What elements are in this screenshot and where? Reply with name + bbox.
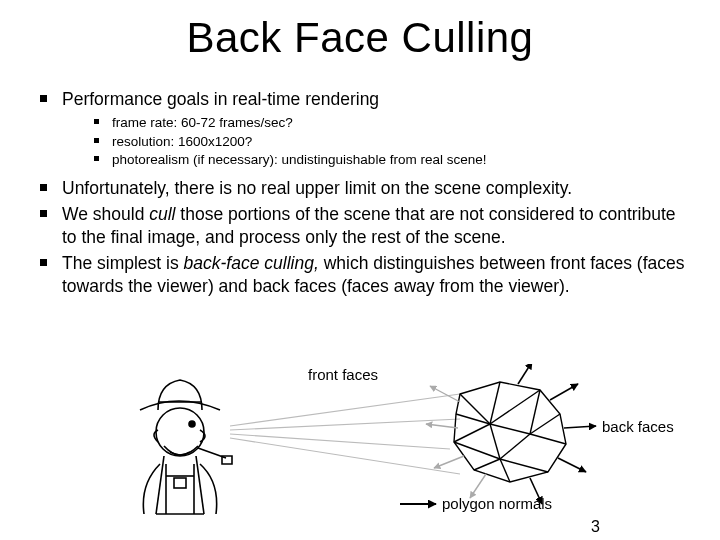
page-number: 3 xyxy=(591,518,600,536)
svg-line-14 xyxy=(490,424,500,459)
page-title: Back Face Culling xyxy=(0,14,720,62)
svg-rect-2 xyxy=(174,478,186,488)
svg-line-18 xyxy=(474,459,500,470)
bullet-text: Performance goals in real-time rendering xyxy=(62,89,379,109)
subbullet-resolution: resolution: 1600x1200? xyxy=(94,133,686,151)
mesh-object xyxy=(454,382,566,482)
subbullet-photorealism: photorealism (if necessary): undistingui… xyxy=(94,151,686,169)
svg-line-5 xyxy=(230,434,450,449)
svg-line-23 xyxy=(426,424,458,428)
label-front-faces: front faces xyxy=(308,366,378,383)
text-em-backface: back-face culling, xyxy=(184,253,319,273)
svg-line-24 xyxy=(434,456,464,468)
svg-line-19 xyxy=(454,424,490,442)
content-block: Performance goals in real-time rendering… xyxy=(34,88,686,297)
diagram-svg xyxy=(130,364,690,524)
svg-point-1 xyxy=(189,421,195,427)
svg-line-12 xyxy=(530,434,566,444)
svg-line-28 xyxy=(564,426,596,428)
text-part: The simplest is xyxy=(62,253,184,273)
label-polygon-normals: polygon normals xyxy=(442,495,552,512)
text-em-cull: cull xyxy=(149,204,175,224)
subbullet-framerate: frame rate: 60-72 frames/sec? xyxy=(94,114,686,132)
svg-line-15 xyxy=(500,434,530,459)
svg-line-6 xyxy=(230,438,460,474)
bullet-performance: Performance goals in real-time rendering… xyxy=(34,88,686,169)
viewer-icon xyxy=(140,380,232,514)
svg-line-13 xyxy=(490,424,530,434)
svg-line-22 xyxy=(430,386,460,402)
svg-line-26 xyxy=(518,364,532,384)
svg-line-29 xyxy=(558,458,586,472)
bullet-complexity: Unfortunately, there is no real upper li… xyxy=(34,177,686,199)
bullet-backface: The simplest is back-face culling, which… xyxy=(34,252,686,297)
svg-line-27 xyxy=(550,384,578,400)
label-back-faces: back faces xyxy=(602,418,674,435)
bullet-cull: We should cull those portions of the sce… xyxy=(34,203,686,248)
slide: Back Face Culling Performance goals in r… xyxy=(0,14,720,540)
svg-line-16 xyxy=(500,459,548,472)
svg-point-0 xyxy=(156,408,204,456)
diagram: front faces back faces polygon normals xyxy=(130,364,690,524)
text-part: We should xyxy=(62,204,149,224)
